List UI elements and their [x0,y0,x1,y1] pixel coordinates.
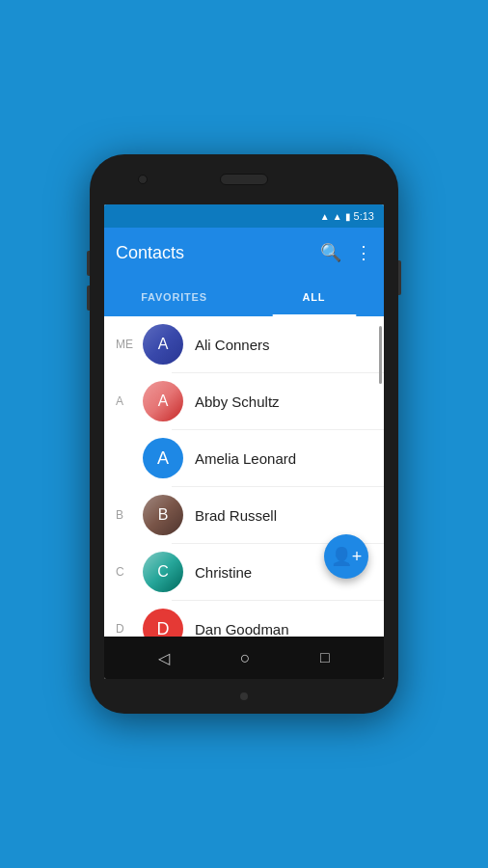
section-label-d: D [116,622,143,636]
home-indicator [240,692,248,700]
avatar-amelia: A [143,438,183,478]
section-label-a: A [116,394,143,408]
app-title: Contacts [116,243,320,263]
phone-bottom-bar [90,679,398,714]
contact-name-brad: Brad Russell [195,507,277,524]
search-button[interactable]: 🔍 [320,244,341,261]
contact-item-dan[interactable]: D D Dan Goodman [104,601,384,637]
app-bar: Contacts 🔍 ⋮ [104,228,384,278]
contact-item-amelia[interactable]: A Amelia Leonard [104,430,384,486]
avatar-abby: A [143,381,183,421]
avatar-dan: D [143,609,183,637]
speaker-icon [220,174,268,185]
camera-icon [138,175,148,184]
section-label-c: C [116,565,143,579]
section-label-b: B [116,508,143,522]
home-button[interactable]: ○ [240,648,251,668]
volume-up-button[interactable] [87,251,90,276]
phone-top-bar [90,154,398,204]
status-bar: ▲ ▲ ▮ 5:13 [104,204,384,228]
contact-item-ali[interactable]: ME A Ali Conners [104,316,384,372]
overflow-menu-button[interactable]: ⋮ [355,244,372,261]
add-contact-icon: 👤+ [331,548,363,565]
contacts-list[interactable]: ME A Ali Conners A A Abby Schultz A Amel… [104,316,384,637]
app-bar-actions: 🔍 ⋮ [320,244,372,261]
contact-name-amelia: Amelia Leonard [195,450,296,467]
tabs: FAVORITES ALL [104,278,384,316]
power-button[interactable] [398,260,401,295]
status-time: 5:13 [354,210,374,222]
tab-all[interactable]: ALL [244,278,384,316]
avatar-ali: A [143,324,183,365]
contact-item-abby[interactable]: A A Abby Schultz [104,373,384,429]
avatar-brad: B [143,495,183,535]
contact-name-dan: Dan Goodman [195,621,289,637]
contact-name-christine: Christine [195,564,252,581]
phone-device: ▲ ▲ ▮ 5:13 Contacts 🔍 ⋮ FAVORITES AL [90,154,398,714]
recents-button[interactable]: □ [320,649,330,666]
back-button[interactable]: ◁ [158,649,170,667]
contact-name-ali: Ali Conners [195,337,270,353]
signal-icon: ▲ [333,211,342,222]
tab-favorites[interactable]: FAVORITES [104,278,244,316]
contact-name-abby: Abby Schultz [195,393,280,410]
battery-icon: ▮ [345,211,351,222]
volume-down-button[interactable] [87,285,90,311]
section-label-me: ME [116,338,143,351]
phone-screen: ▲ ▲ ▮ 5:13 Contacts 🔍 ⋮ FAVORITES AL [104,204,384,679]
nav-bar: ◁ ○ □ [104,637,384,679]
status-icons: ▲ ▲ ▮ 5:13 [320,210,374,222]
add-contact-fab[interactable]: 👤+ [324,534,368,579]
wifi-icon: ▲ [320,211,330,222]
avatar-christine: C [143,552,183,592]
